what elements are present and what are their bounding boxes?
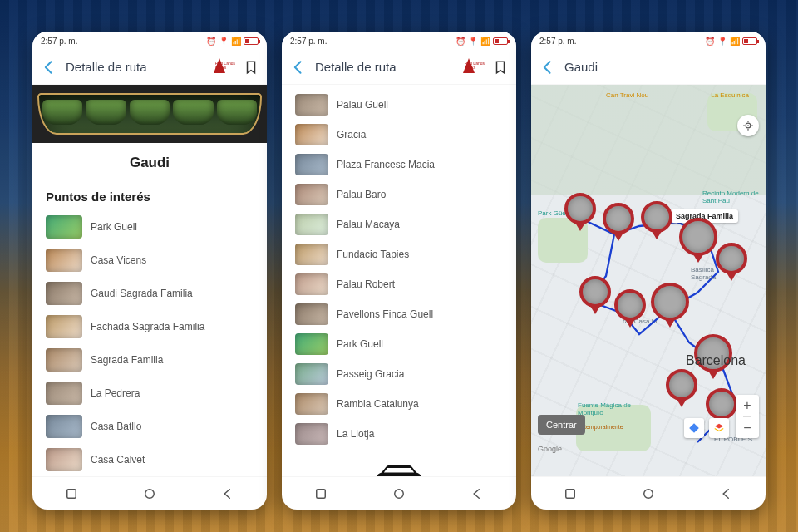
back-icon[interactable] (539, 59, 556, 76)
poi-label: Gaudi Sagrada Familia (91, 288, 193, 299)
car-icon (370, 461, 428, 476)
map-pin[interactable] (651, 283, 689, 321)
poi-item[interactable]: Casa Calvet (46, 443, 254, 476)
poi-item[interactable]: Palau Guell (295, 90, 503, 120)
svg-point-1 (145, 489, 155, 498)
status-bar: 2:57 p. m. ⏰ 📍 📶 (531, 32, 766, 50)
svg-point-9 (747, 125, 749, 126)
poi-item[interactable]: Casa Vicens (46, 244, 254, 277)
poi-thumbnail (295, 333, 328, 355)
phone-screen-map: 2:57 p. m. ⏰ 📍 📶 Gaudi Can Travi Nou La … (531, 32, 766, 510)
poi-label: Pavellons Finca Guell (337, 308, 433, 320)
battery-icon (742, 37, 757, 45)
poi-thumbnail (295, 423, 328, 445)
poi-label: La Pedrera (91, 387, 140, 399)
poi-label: Palau Baro (337, 189, 386, 200)
map-pin[interactable] (614, 289, 646, 321)
alarm-icon: ⏰ (705, 37, 715, 46)
poi-thumbnail (295, 273, 328, 295)
map-pin[interactable] (641, 201, 672, 233)
nav-back-icon[interactable] (220, 486, 235, 501)
wifi-icon: 📶 (730, 37, 740, 46)
poi-item[interactable]: Fundacio Tapies (295, 239, 503, 269)
poi-item[interactable]: Passeig Gracia (295, 359, 503, 389)
poi-thumbnail (295, 214, 328, 235)
poi-item[interactable]: La Llotja (295, 419, 503, 449)
poi-label: Rambla Catalunya (337, 398, 419, 410)
map-pin[interactable] (716, 243, 747, 274)
nav-recent-icon[interactable] (64, 486, 79, 501)
poi-item[interactable]: Palau Macaya (295, 209, 503, 239)
directions-icon[interactable] (684, 418, 704, 438)
poi-item[interactable]: Palau Robert (295, 269, 503, 299)
back-icon[interactable] (290, 59, 307, 76)
poi-item[interactable]: Rambla Catalunya (295, 389, 503, 419)
alarm-icon: ⏰ (206, 37, 216, 46)
poi-item[interactable]: Palau Baro (295, 180, 503, 209)
poi-thumbnail (295, 244, 328, 265)
map-pin[interactable] (579, 276, 611, 308)
poi-item[interactable]: Casa Batllo (46, 410, 254, 443)
zoom-in-button[interactable]: + (743, 395, 751, 416)
svg-rect-0 (67, 489, 76, 498)
map-pin[interactable] (706, 388, 737, 420)
poi-thumbnail (295, 184, 328, 205)
poi-item[interactable]: Park Guell (46, 210, 254, 244)
poi-thumbnail (46, 315, 82, 338)
my-location-button[interactable] (737, 115, 759, 136)
android-nav-bar (282, 476, 516, 510)
map-pin[interactable] (679, 218, 717, 256)
back-icon[interactable] (41, 59, 57, 76)
svg-point-7 (395, 489, 404, 498)
poi-item[interactable]: Sagrada Familia (46, 343, 254, 377)
poi-item[interactable]: Gaudi Sagrada Familia (46, 277, 254, 310)
android-nav-bar (531, 476, 766, 510)
app-logo: Red LandsWalks (210, 58, 235, 76)
section-heading-pois: Puntos de interés (32, 185, 267, 210)
poi-thumbnail (295, 154, 328, 175)
map-pin[interactable] (564, 193, 596, 224)
route-hero-image (32, 85, 267, 143)
nav-home-icon[interactable] (392, 486, 406, 501)
map-layers-icon[interactable] (709, 418, 729, 438)
map-city-label: Barcelona (686, 353, 746, 368)
status-time: 2:57 p. m. (41, 37, 77, 46)
route-title: Gaudi (32, 143, 267, 185)
bookmark-icon[interactable] (493, 59, 508, 76)
appbar-title: Gaudi (564, 60, 598, 74)
google-attribution: Google (538, 445, 562, 453)
phone-screen-detail-bottom: 2:57 p. m. ⏰ 📍 📶 Detalle de ruta Red Lan… (282, 32, 516, 510)
poi-item[interactable]: Gracia (295, 120, 503, 150)
nav-recent-icon[interactable] (313, 486, 328, 501)
poi-label: Casa Vicens (91, 254, 146, 266)
poi-thumbnail (295, 303, 328, 325)
wifi-icon: 📶 (231, 37, 241, 46)
center-button[interactable]: Centrar (538, 415, 585, 435)
location-icon: 📍 (468, 37, 478, 46)
zoom-controls: + − (736, 395, 759, 438)
poi-label: La Llotja (337, 428, 374, 440)
map-view[interactable]: Can Travi Nou La Esquinica Park Güell Re… (531, 85, 766, 476)
poi-item[interactable]: Pavellons Finca Guell (295, 299, 503, 329)
poi-item[interactable]: Park Guell (295, 329, 503, 359)
nav-back-icon[interactable] (719, 486, 734, 501)
poi-item[interactable]: Fachada Sagrada Familia (46, 310, 254, 343)
nav-recent-icon[interactable] (563, 486, 578, 501)
nav-home-icon[interactable] (641, 486, 656, 501)
nav-back-icon[interactable] (470, 486, 485, 501)
map-pin[interactable] (603, 203, 634, 234)
map-pin[interactable] (666, 369, 697, 401)
battery-icon (244, 37, 259, 45)
battery-icon (493, 37, 508, 45)
poi-label: Casa Calvet (91, 454, 145, 466)
poi-item[interactable]: La Pedrera (46, 377, 254, 410)
poi-item[interactable]: Plaza Francesc Macia (295, 150, 503, 180)
zoom-out-button[interactable]: − (743, 416, 751, 438)
app-bar: Detalle de ruta Red LandsWalks (32, 50, 267, 85)
svg-point-11 (644, 489, 653, 498)
bookmark-icon[interactable] (244, 59, 259, 76)
nav-home-icon[interactable] (142, 486, 157, 501)
poi-thumbnail (295, 124, 328, 145)
appbar-title: Detalle de ruta (315, 60, 397, 74)
poi-thumbnail (46, 382, 82, 405)
